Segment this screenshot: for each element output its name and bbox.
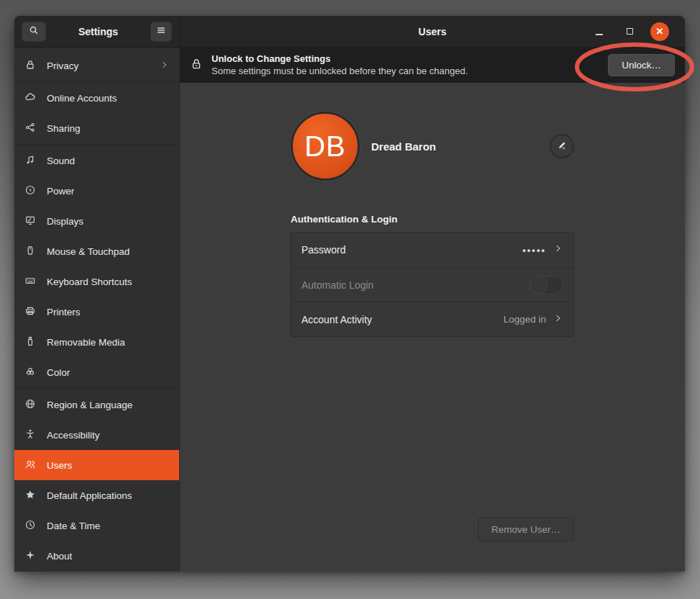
avatar[interactable]: DB <box>291 112 360 181</box>
user-row: DB Dread Baron <box>291 112 574 181</box>
close-button[interactable]: ✕ <box>650 22 669 41</box>
sidebar-item-label: Mouse & Touchpad <box>47 246 169 257</box>
account-activity-label: Account Activity <box>301 314 496 325</box>
sidebar-item-label: Color <box>47 367 169 378</box>
sidebar-item-label: Power <box>47 186 169 197</box>
printer-icon <box>24 305 36 319</box>
sidebar-item-mouse-touchpad[interactable]: Mouse & Touchpad <box>14 236 179 266</box>
sidebar-item-about[interactable]: About <box>14 541 179 571</box>
sidebar-item-displays[interactable]: Displays <box>14 206 179 236</box>
color-icon <box>24 366 36 379</box>
sidebar-item-label: Sound <box>47 156 169 166</box>
sidebar-item-label: Users <box>47 460 169 471</box>
lock-icon <box>24 59 36 73</box>
sidebar-item-label: Default Applications <box>47 490 169 501</box>
page-title: Users <box>180 26 685 37</box>
sidebar-item-privacy[interactable]: Privacy <box>14 50 179 81</box>
sidebar-item-label: Removable Media <box>47 337 169 348</box>
user-name: Dread Baron <box>371 140 436 153</box>
usb-drive-icon <box>24 335 36 349</box>
toggle-knob <box>529 276 547 294</box>
automatic-login-label: Automatic Login <box>301 279 522 291</box>
unlock-banner-title: Unlock to Change Settings <box>212 53 599 66</box>
sidebar-item-label: Displays <box>47 216 169 227</box>
sidebar-separator <box>14 388 179 389</box>
edit-name-button[interactable] <box>550 134 574 158</box>
sidebar-item-region-language[interactable]: Region & Language <box>14 389 179 420</box>
keyboard-icon <box>24 275 36 289</box>
sidebar-item-sound[interactable]: Sound <box>14 145 179 176</box>
sidebar-item-label: About <box>47 551 169 562</box>
sidebar-item-removable-media[interactable]: Removable Media <box>14 327 179 357</box>
sidebar-item-label: Date & Time <box>47 521 169 531</box>
sidebar-item-sharing[interactable]: Sharing <box>14 113 179 143</box>
app-title: Settings <box>52 26 145 37</box>
sidebar-item-label: Region & Language <box>47 400 169 410</box>
cloud-icon <box>24 91 36 105</box>
maximize-icon <box>627 28 633 35</box>
password-value: ••••• <box>522 245 546 256</box>
settings-window: Settings Users ✕ Privacy Online Accounts… <box>14 16 685 572</box>
main-panel: Unlock to Change Settings Some settings … <box>180 48 685 572</box>
sidebar-item-date-time[interactable]: Date & Time <box>14 510 179 541</box>
share-icon <box>24 122 36 135</box>
display-icon <box>24 215 36 228</box>
star-icon <box>24 489 36 503</box>
sidebar-item-label: Accessibility <box>47 430 169 441</box>
minimize-button[interactable] <box>590 22 609 41</box>
sidebar-item-keyboard-shortcuts[interactable]: Keyboard Shortcuts <box>14 266 179 297</box>
sidebar-item-accessibility[interactable]: Accessibility <box>14 420 179 450</box>
sidebar-item-label: Keyboard Shortcuts <box>47 276 169 287</box>
remove-user-button[interactable]: Remove User… <box>478 518 574 541</box>
menu-button[interactable] <box>150 22 172 42</box>
spacer <box>291 337 574 518</box>
auth-section-title: Authentication & Login <box>291 214 574 225</box>
chevron-right-icon <box>553 313 563 326</box>
music-note-icon <box>24 154 36 168</box>
sidebar-item-power[interactable]: Power <box>14 176 179 206</box>
sidebar-headerbar: Settings <box>14 16 180 48</box>
automatic-login-row: Automatic Login <box>291 267 573 302</box>
main-headerbar: Users ✕ <box>180 16 685 48</box>
unlock-banner-text: Unlock to Change Settings Some settings … <box>212 53 599 78</box>
password-row[interactable]: Password ••••• <box>291 233 573 267</box>
mouse-icon <box>24 245 36 258</box>
accessibility-icon <box>24 428 36 442</box>
account-activity-value: Logged in <box>504 314 546 325</box>
sparkle-icon <box>24 549 36 563</box>
unlock-banner-subtitle: Some settings must be unlocked before th… <box>212 66 599 78</box>
sidebar-item-online-accounts[interactable]: Online Accounts <box>14 83 179 113</box>
account-activity-row[interactable]: Account Activity Logged in <box>291 302 573 336</box>
lock-icon <box>190 58 203 73</box>
sidebar-item-default-applications[interactable]: Default Applications <box>14 480 179 510</box>
minimize-icon <box>596 34 603 35</box>
sidebar-item-users[interactable]: Users <box>14 450 179 480</box>
password-label: Password <box>301 244 515 256</box>
users-content: DB Dread Baron Authentication & Login Pa… <box>180 83 685 572</box>
auth-list: Password ••••• Automatic Login Account A… <box>291 232 574 337</box>
sidebar-item-label: Printers <box>47 307 169 317</box>
sidebar-separator <box>14 144 179 145</box>
sidebar-item-printers[interactable]: Printers <box>14 297 179 327</box>
sidebar-item-label: Privacy <box>47 60 150 71</box>
chevron-right-icon <box>553 243 563 256</box>
sidebar-separator <box>14 81 179 82</box>
unlock-banner: Unlock to Change Settings Some settings … <box>180 48 685 83</box>
maximize-button[interactable] <box>620 22 639 41</box>
automatic-login-toggle[interactable] <box>529 276 563 294</box>
sidebar-item-label: Online Accounts <box>47 93 169 104</box>
unlock-button[interactable]: Unlock… <box>608 54 675 76</box>
pencil-icon <box>557 140 568 153</box>
chevron-right-icon <box>160 60 169 71</box>
search-icon <box>28 24 40 39</box>
globe-icon <box>24 398 36 412</box>
clock-icon <box>24 519 36 533</box>
sidebar-item-label: Sharing <box>47 123 169 134</box>
users-icon <box>24 459 36 472</box>
search-button[interactable] <box>22 22 46 42</box>
power-icon <box>24 184 36 198</box>
sidebar: Privacy Online Accounts Sharing Sound Po… <box>14 48 180 572</box>
hamburger-icon <box>156 25 166 38</box>
sidebar-item-color[interactable]: Color <box>14 357 179 387</box>
